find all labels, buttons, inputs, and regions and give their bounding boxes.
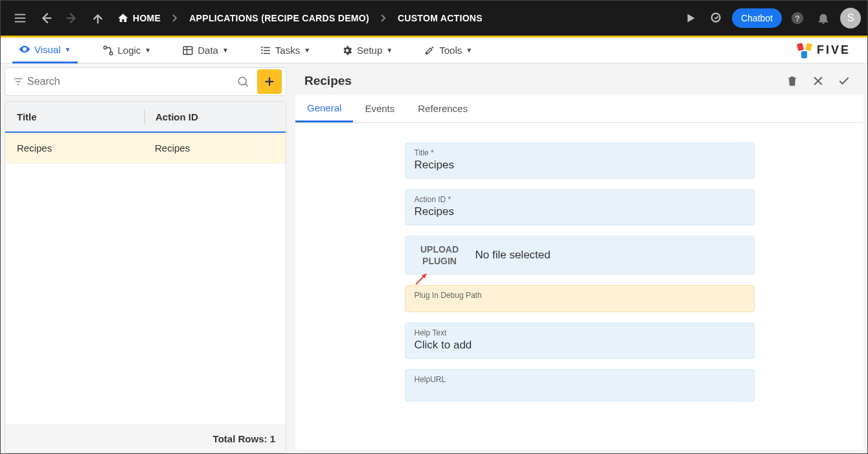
detail-form: Title * Recipes Action ID * Recipes UPLO…: [295, 123, 863, 449]
chevron-down-icon: ▼: [144, 47, 151, 54]
chevron-right-icon: [376, 14, 391, 22]
main-tabs: Visual▼ Logic▼ Data▼ Tasks▼ Setup▼ Tools…: [1, 38, 867, 63]
tab-visual-label: Visual: [34, 44, 61, 55]
title-field[interactable]: Title * Recipes: [405, 142, 755, 179]
search-input[interactable]: [27, 76, 233, 87]
filter-icon[interactable]: [9, 76, 27, 87]
svg-marker-6: [687, 14, 694, 23]
breadcrumb-app[interactable]: APPLICATIONS (RECIPE CARDS DEMO): [183, 13, 376, 23]
action-id-field[interactable]: Action ID * Recipes: [405, 189, 755, 225]
avatar[interactable]: S: [840, 8, 861, 28]
left-panel: Title Action ID Recipes Recipes Total Ro…: [1, 63, 290, 453]
tab-tools[interactable]: Tools▼: [417, 38, 479, 63]
tab-general[interactable]: General: [295, 95, 353, 122]
upload-plugin-field[interactable]: UPLOAD PLUGIN No file selected: [405, 236, 755, 275]
search-bar: [5, 67, 286, 96]
chatbot-button[interactable]: Chatbot: [732, 8, 782, 28]
list-header: Title Action ID: [5, 102, 286, 133]
chevron-right-icon: [167, 14, 183, 22]
pointer-arrow-icon: [413, 269, 431, 287]
svg-point-11: [109, 52, 113, 55]
svg-point-22: [238, 77, 246, 85]
tab-data[interactable]: Data▼: [176, 38, 235, 63]
svg-text:?: ?: [795, 14, 800, 23]
title-field-value: Recipes: [415, 159, 745, 172]
detail-header: Recipes: [295, 67, 863, 95]
chevron-down-icon: ▼: [466, 47, 472, 54]
footer-label: Total Rows:: [213, 433, 268, 444]
forward-icon: [59, 5, 85, 31]
tab-tasks-label: Tasks: [275, 45, 300, 56]
inspect-icon[interactable]: [703, 5, 729, 31]
svg-line-28: [416, 274, 426, 284]
upload-status: No file selected: [475, 249, 551, 262]
chevron-down-icon: ▼: [65, 46, 71, 53]
tab-visual[interactable]: Visual▼: [12, 38, 78, 63]
chatbot-label: Chatbot: [741, 13, 773, 23]
tab-setup[interactable]: Setup▼: [335, 38, 399, 63]
svg-point-10: [104, 46, 107, 49]
action-id-value: Recipes: [415, 205, 745, 218]
footer-count: 1: [270, 433, 275, 444]
help-text-label: Help Text: [415, 328, 745, 337]
help-icon[interactable]: ?: [784, 5, 810, 31]
help-url-label: HelpURL: [415, 375, 745, 384]
list-body: Recipes Recipes: [5, 133, 286, 424]
logo: FIVE: [797, 43, 865, 58]
chevron-down-icon: ▼: [222, 47, 229, 54]
bell-icon[interactable]: [810, 5, 836, 31]
hamburger-icon[interactable]: [7, 5, 33, 31]
chevron-down-icon: ▼: [304, 47, 310, 54]
top-bar: HOME APPLICATIONS (RECIPE CARDS DEMO) CU…: [1, 1, 867, 36]
debug-path-label: Plug In Debug Path: [415, 291, 745, 300]
close-icon[interactable]: [805, 74, 831, 87]
col-action-id[interactable]: Action ID: [155, 111, 198, 122]
delete-icon[interactable]: [779, 74, 805, 87]
list-row[interactable]: Recipes Recipes: [5, 133, 286, 164]
breadcrumb-home-label: HOME: [133, 13, 161, 23]
svg-rect-12: [184, 47, 193, 54]
action-id-label: Action ID *: [415, 195, 745, 204]
title-field-label: Title *: [415, 148, 745, 157]
col-title[interactable]: Title: [5, 111, 144, 122]
tab-tools-label: Tools: [439, 45, 462, 56]
add-button[interactable]: [257, 69, 282, 94]
breadcrumb-app-label: APPLICATIONS (RECIPE CARDS DEMO): [189, 13, 369, 23]
up-icon[interactable]: [85, 5, 111, 31]
tab-logic[interactable]: Logic▼: [96, 38, 158, 63]
chevron-down-icon: ▼: [386, 47, 393, 54]
svg-marker-29: [422, 274, 426, 278]
tab-events[interactable]: Events: [353, 95, 406, 122]
help-text-value: Click to add: [415, 339, 745, 352]
help-url-field[interactable]: HelpURL: [405, 369, 755, 402]
svg-point-7: [712, 14, 720, 22]
svg-line-23: [245, 84, 247, 86]
logo-mark-icon: [797, 43, 812, 58]
data-list: Title Action ID Recipes Recipes Total Ro…: [5, 101, 286, 453]
tab-tasks[interactable]: Tasks▼: [253, 38, 317, 63]
breadcrumb-page[interactable]: CUSTOM ACTIONS: [391, 13, 489, 23]
help-url-value: [415, 385, 745, 394]
svg-point-18: [426, 52, 428, 54]
help-text-field[interactable]: Help Text Click to add: [405, 323, 755, 359]
back-icon[interactable]: [33, 5, 59, 31]
row-action-id: Recipes: [155, 142, 190, 153]
play-icon[interactable]: [678, 5, 703, 31]
col-divider: [144, 109, 145, 124]
right-panel: Recipes General Events References Title …: [290, 63, 867, 453]
list-footer: Total Rows: 1: [5, 424, 286, 453]
tab-logic-label: Logic: [118, 45, 141, 56]
save-icon[interactable]: [831, 74, 857, 87]
breadcrumb-home[interactable]: HOME: [111, 12, 167, 24]
upload-plugin-button[interactable]: UPLOAD PLUGIN: [415, 244, 465, 267]
tab-references[interactable]: References: [406, 95, 479, 122]
detail-title: Recipes: [304, 74, 779, 88]
debug-path-value: [415, 301, 745, 305]
search-icon[interactable]: [233, 75, 253, 88]
avatar-initial: S: [847, 12, 854, 24]
breadcrumb-page-label: CUSTOM ACTIONS: [398, 13, 483, 23]
logo-text: FIVE: [817, 43, 851, 57]
tab-setup-label: Setup: [357, 45, 382, 56]
debug-path-field[interactable]: Plug In Debug Path: [405, 285, 755, 312]
detail-tabs: General Events References: [295, 95, 863, 123]
